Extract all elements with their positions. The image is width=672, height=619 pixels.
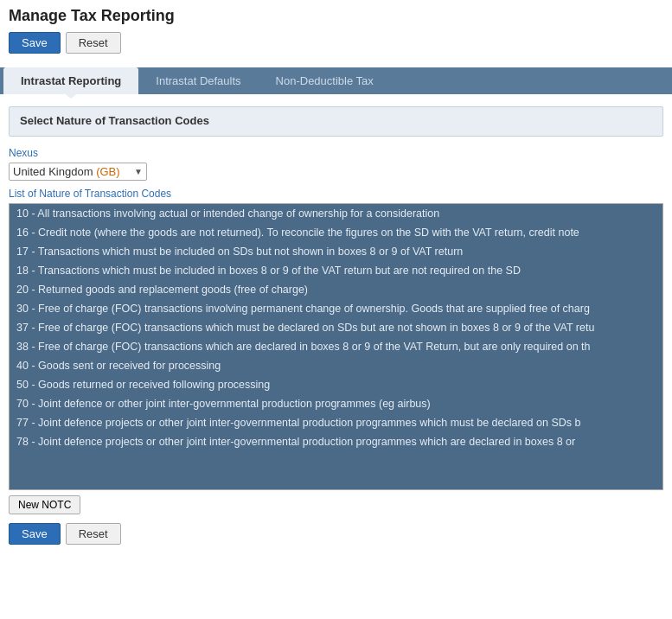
- notc-list-scroll[interactable]: 10 - All transactions involving actual o…: [10, 204, 662, 489]
- new-notc-button[interactable]: New NOTC: [9, 495, 80, 514]
- notc-list-container: 10 - All transactions involving actual o…: [9, 203, 663, 490]
- list-item[interactable]: 38 - Free of charge (FOC) transactions w…: [10, 337, 662, 356]
- list-item[interactable]: 10 - All transactions involving actual o…: [10, 204, 662, 223]
- list-item[interactable]: 17 - Transactions which must be included…: [10, 242, 662, 261]
- notc-list: 10 - All transactions involving actual o…: [10, 204, 662, 451]
- nexus-label: Nexus: [9, 147, 663, 159]
- tabs-bar: Intrastat Reporting Intrastat Defaults N…: [0, 67, 672, 94]
- list-item[interactable]: 78 - Joint defence projects or other joi…: [10, 432, 662, 451]
- list-item[interactable]: 40 - Goods sent or received for processi…: [10, 356, 662, 375]
- section-title: Select Nature of Transaction Codes: [20, 114, 652, 127]
- tab-non-deductible-tax[interactable]: Non-Deductible Tax: [259, 67, 391, 94]
- notc-list-section: List of Nature of Transaction Codes 10 -…: [9, 188, 663, 514]
- list-item[interactable]: 70 - Joint defence or other joint inter-…: [10, 394, 662, 413]
- section-box: Select Nature of Transaction Codes: [9, 106, 663, 137]
- nexus-value: United Kingdom (GB): [13, 165, 129, 178]
- tab-intrastat-defaults[interactable]: Intrastat Defaults: [138, 67, 258, 94]
- reset-button-bottom[interactable]: Reset: [66, 523, 121, 545]
- page-header: Manage Tax Reporting Save Reset: [0, 0, 672, 67]
- list-item[interactable]: 16 - Credit note (where the goods are no…: [10, 223, 662, 242]
- list-item[interactable]: 20 - Returned goods and replacement good…: [10, 280, 662, 299]
- list-item[interactable]: 37 - Free of charge (FOC) transactions w…: [10, 318, 662, 337]
- save-button-bottom[interactable]: Save: [9, 523, 61, 545]
- reset-button-top[interactable]: Reset: [66, 32, 121, 54]
- main-content: Select Nature of Transaction Codes Nexus…: [0, 94, 672, 553]
- list-label: List of Nature of Transaction Codes: [9, 188, 663, 200]
- list-item[interactable]: 77 - Joint defence projects or other joi…: [10, 413, 662, 432]
- nexus-field: Nexus United Kingdom (GB) ▼: [9, 147, 663, 181]
- list-item[interactable]: 50 - Goods returned or received followin…: [10, 375, 662, 394]
- bottom-toolbar: Save Reset: [9, 523, 663, 545]
- tab-intrastat-reporting[interactable]: Intrastat Reporting: [3, 67, 138, 94]
- dropdown-arrow-icon: ▼: [134, 167, 143, 176]
- nexus-select[interactable]: United Kingdom (GB) ▼: [9, 163, 147, 181]
- save-button-top[interactable]: Save: [9, 32, 61, 54]
- top-toolbar: Save Reset: [9, 32, 663, 54]
- page-title: Manage Tax Reporting: [9, 7, 663, 25]
- list-item[interactable]: 30 - Free of charge (FOC) transactions i…: [10, 299, 662, 318]
- list-item[interactable]: 18 - Transactions which must be included…: [10, 261, 662, 280]
